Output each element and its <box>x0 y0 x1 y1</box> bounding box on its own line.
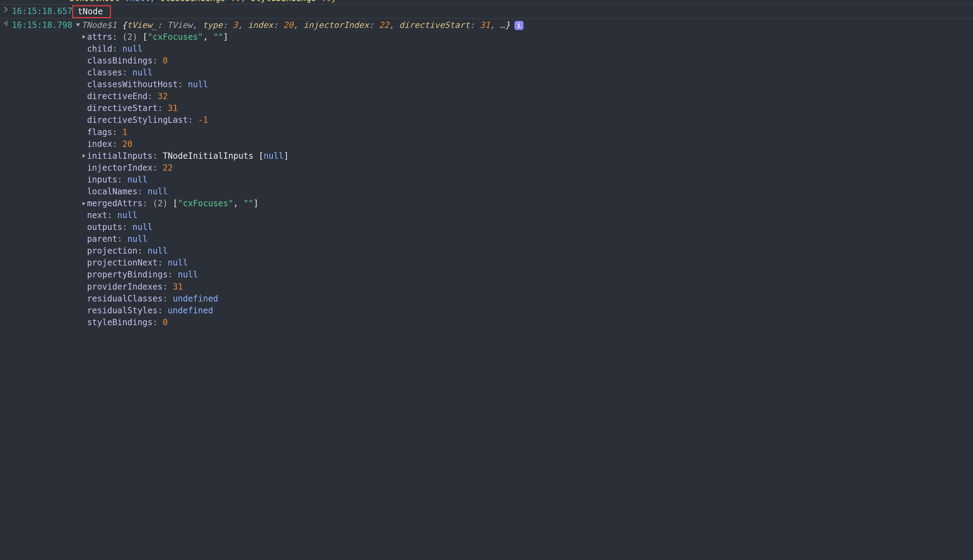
caret-right-icon[interactable] <box>81 201 87 206</box>
timestamp: 16:15:18.657 <box>12 5 74 17</box>
prop-stylebindings[interactable]: styleBindings: 0 <box>81 317 523 328</box>
prop-parent[interactable]: parent: null <box>81 233 523 245</box>
input-arrow-icon <box>0 5 12 13</box>
prop-inputs[interactable]: inputs: null <box>81 174 523 186</box>
console-input-row[interactable]: 16:15:18.657 tNode <box>0 4 973 18</box>
prop-injectorindex[interactable]: injectorIndex: 22 <box>81 162 523 174</box>
prop-directiveend[interactable]: directiveEnd: 32 <box>81 90 523 102</box>
prop-attrs[interactable]: attrs: (2) ["cxFocuses", ""] <box>81 31 523 43</box>
prop-classeswithouthost[interactable]: classesWithoutHost: null <box>81 78 523 90</box>
prop-projectionnext[interactable]: projectionNext: null <box>81 257 523 269</box>
prop-residualclasses[interactable]: residualClasses: undefined <box>81 293 523 305</box>
object-properties: attrs: (2) ["cxFocuses", ""] child: null… <box>81 31 523 328</box>
prop-projection[interactable]: projection: null <box>81 245 523 257</box>
prop-directivestart[interactable]: directiveStart: 31 <box>81 102 523 114</box>
timestamp: 16:15:18.798 <box>12 19 74 31</box>
prop-index[interactable]: index: 20 <box>81 138 523 150</box>
caret-right-icon[interactable] <box>81 153 87 158</box>
prop-classbindings[interactable]: classBindings: 0 <box>81 55 523 67</box>
expression-highlight: tNode <box>72 5 111 18</box>
prop-providerindexes[interactable]: providerIndexes: 31 <box>81 281 523 293</box>
prop-localnames[interactable]: localNames: null <box>81 186 523 197</box>
prop-outputs[interactable]: outputs: null <box>81 221 523 233</box>
caret-right-icon[interactable] <box>81 35 87 39</box>
prop-child[interactable]: child: null <box>81 43 523 55</box>
info-icon[interactable]: i <box>515 21 523 30</box>
console-output-row[interactable]: 16:15:18.798 TNode$1 {tView_: TView, typ… <box>0 18 973 328</box>
prop-initialinputs[interactable]: initialInputs: TNodeInitialInputs [null] <box>81 150 523 162</box>
prop-flags[interactable]: flags: 1 <box>81 126 523 138</box>
object-summary[interactable]: TNode$1 {tView_: TView, type: 3, index: … <box>74 19 523 31</box>
prev-line-partial: ithoutHost :null, classBindings :0, styl… <box>0 0 973 4</box>
output-arrow-icon <box>0 19 12 27</box>
caret-down-icon[interactable] <box>74 22 81 28</box>
prop-directivestylinglast[interactable]: directiveStylingLast: -1 <box>81 114 523 126</box>
prop-classes[interactable]: classes: null <box>81 67 523 78</box>
prop-next[interactable]: next: null <box>81 209 523 221</box>
prop-propertybindings[interactable]: propertyBindings: null <box>81 269 523 280</box>
class-name: TNode$1 <box>81 19 117 31</box>
prop-mergedattrs[interactable]: mergedAttrs: (2) ["cxFocuses", ""] <box>81 197 523 209</box>
prop-residualstyles[interactable]: residualStyles: undefined <box>81 305 523 317</box>
svg-point-0 <box>7 23 8 24</box>
